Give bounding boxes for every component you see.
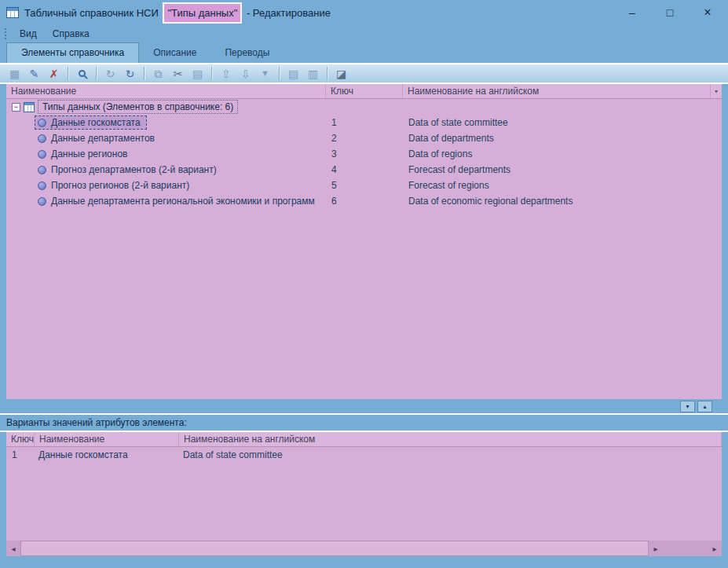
element-icon [38,119,46,127]
toolbar-separator [279,67,280,80]
toolbar-separator [96,67,97,80]
filter-funnel-icon: ▼ [261,69,269,78]
app-table-icon [6,7,19,18]
window-title-prefix: Табличный справочник НСИ [24,7,161,19]
eraser-icon: ◪ [336,68,346,79]
element-name: Прогноз регионов (2-й вариант) [51,180,189,191]
toolbar-separator [144,67,145,80]
search-icon [79,70,86,77]
move-up-button[interactable]: ⇧ [216,65,236,82]
add-record-button[interactable]: ▦ [5,65,24,82]
panel-dropdown-button[interactable]: ▾ [680,401,695,412]
tree-root-row[interactable]: − Типы данных (Элементов в справочнике: … [6,99,722,115]
table-row[interactable]: Данные департамента региональной экономи… [6,193,722,209]
grid-header-row: Наименование Ключ Наименование на англий… [6,84,722,99]
toolbar-separator [68,67,68,80]
scroll-thumb[interactable] [20,541,649,556]
clear-button[interactable]: ◪ [331,65,351,82]
element-icon [38,166,46,174]
menu-bar: Вид Справка [0,25,728,42]
close-button[interactable]: × [689,0,726,25]
refresh-all-button[interactable]: ↻ [101,65,120,82]
element-name: Данные департаментов [51,133,155,144]
refresh-button[interactable]: ↻ [120,65,140,82]
menu-item-view[interactable]: Вид [12,26,45,42]
element-icon [38,134,46,143]
tab-translations[interactable]: Переводы [210,43,284,63]
panel-collapse-button[interactable]: ▴ [697,401,712,412]
move-down-button[interactable]: ⇩ [236,65,255,82]
refresh-icon: ↻ [126,68,135,79]
delete-x-icon: ✗ [49,68,59,79]
window-title-suffix: - Редактирование [243,7,331,19]
table-row[interactable]: Данные регионов 3 Data of regions [6,146,722,162]
attribute-variants-label: Варианты значений атрибутов элемента: [6,417,187,428]
table-row[interactable]: Прогноз регионов (2-й вариант) 5 Forecas… [6,178,722,193]
title-bar: Табличный справочник НСИ "Типы данных" -… [0,0,728,25]
arrow-up-icon: ⇧ [221,68,231,79]
table-row[interactable]: Прогноз департаментов (2-й вариант) 4 Fo… [6,162,722,178]
scroll-right-button[interactable]: ▸ [649,541,663,556]
scissors-icon: ✂ [174,68,183,79]
grid-header-row: Ключ Наименование Наименование на англий… [6,432,722,447]
elements-grid: Наименование Ключ Наименование на англий… [6,84,722,399]
window-title: Табличный справочник НСИ "Типы данных" -… [24,2,331,24]
column-header-key[interactable]: Ключ [6,432,35,446]
table-row[interactable]: Данные госкомстата 1 Data of state commi… [6,115,722,130]
table-row[interactable]: 1 Данные госкомстата Data of state commi… [6,447,722,463]
search-button[interactable] [72,65,92,82]
element-icon [38,181,46,190]
tree-root-label: Типы данных (Элементов в справочнике: 6) [38,100,238,114]
toolbar: ▦ ✎ ✗ ↻ ↻ ⧉ ✂ ▤ ⇧ ⇩ ▼ ▤ ▥ ◪ [0,63,728,84]
element-name-en: Data of state committee [403,117,722,128]
filter-button[interactable]: ▼ [255,65,275,82]
import-button[interactable]: ▥ [303,65,323,82]
column-options-icon[interactable]: ▾ [711,84,722,98]
scroll-track[interactable] [663,541,708,556]
copy-button[interactable]: ⧉ [148,65,168,82]
element-key: 6 [326,196,403,207]
column-header-name-en[interactable]: Наименование на английском [403,84,711,98]
column-header-key[interactable]: Ключ [326,84,403,98]
column-header-name[interactable]: Наименование [35,432,179,446]
element-key: 2 [326,133,403,144]
cut-button[interactable]: ✂ [168,65,188,82]
edit-button[interactable]: ✎ [24,65,44,82]
element-key: 4 [326,164,403,175]
paste-button[interactable]: ▤ [188,65,207,82]
scroll-corner-button[interactable]: ▸ [708,541,722,556]
panel-splitter[interactable]: ▾ ▴ [0,399,728,413]
column-header-name-en[interactable]: Наименование на английском [179,432,722,446]
horizontal-scrollbar[interactable]: ◂ ▸ ▸ [6,541,722,556]
variant-name-en: Data of state committee [179,449,722,460]
tab-dictionary-elements[interactable]: Элементы справочника [6,42,139,63]
table-row[interactable]: Данные департаментов 2 Data of departmen… [6,130,722,146]
attribute-variants-grid: Ключ Наименование Наименование на англий… [6,432,722,541]
collapse-icon[interactable]: − [12,103,20,112]
export-page-icon: ▤ [288,68,298,79]
window-controls: – □ × [613,0,726,25]
maximize-button[interactable]: □ [651,0,689,25]
arrow-down-icon: ⇩ [241,68,251,79]
copy-icon: ⧉ [155,68,163,79]
element-name-en: Data of regions [403,148,722,159]
edit-pencil-icon: ✎ [30,68,39,79]
column-header-name[interactable]: Наименование [6,84,326,98]
toolbar-separator [211,67,212,80]
element-icon [38,150,46,159]
variant-name: Данные госкомстата [35,449,179,460]
element-key: 3 [326,148,403,159]
tab-description[interactable]: Описание [139,43,210,63]
variant-key: 1 [6,449,35,460]
element-name: Данные госкомстата [51,117,141,128]
scroll-left-button[interactable]: ◂ [6,541,20,556]
minimize-button[interactable]: – [613,0,651,25]
import-page-icon: ▥ [308,68,318,79]
export-button[interactable]: ▤ [284,65,303,82]
element-key: 1 [326,117,403,128]
dictionary-table-icon [24,102,35,112]
delete-button[interactable]: ✗ [44,65,64,82]
element-name-en: Forecast of regions [403,180,722,191]
menu-item-help[interactable]: Справка [45,26,97,42]
menu-grip [5,28,7,39]
